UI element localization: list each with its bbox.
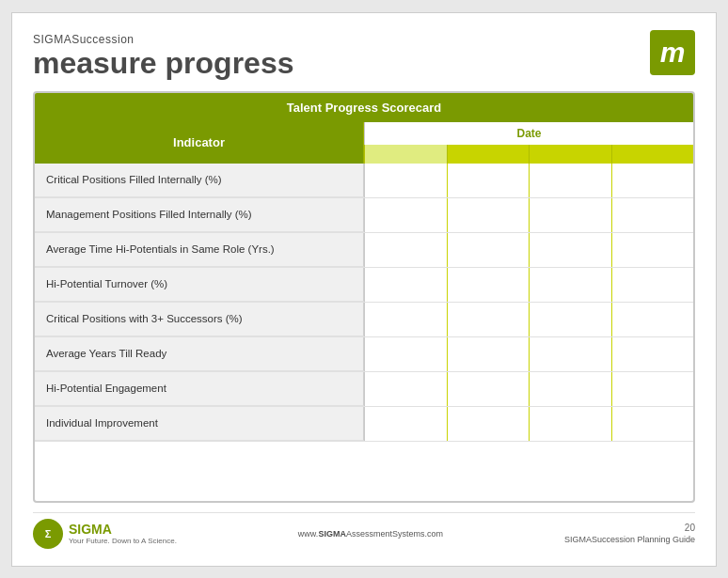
indicator-label: Indicator bbox=[173, 135, 225, 149]
date-group: Date bbox=[364, 122, 693, 164]
footer-brand-part2: Succession bbox=[592, 535, 635, 544]
date-col-3 bbox=[529, 145, 611, 164]
data-cell[interactable] bbox=[611, 303, 694, 336]
table-row: Individual Improvement bbox=[35, 407, 693, 442]
indicator-cell: Management Positions Filled Internally (… bbox=[35, 198, 364, 232]
date-cols bbox=[364, 145, 693, 164]
footer-brand-part3: Planning Guide bbox=[635, 535, 695, 544]
data-cell[interactable] bbox=[529, 164, 611, 197]
data-cell[interactable] bbox=[529, 372, 611, 406]
sigma-tagline: Your Future. Down to A Science. bbox=[69, 537, 177, 545]
data-cell[interactable] bbox=[611, 198, 694, 232]
page-header: SIGMASuccession measure progress bbox=[33, 30, 695, 80]
indicator-cell: Hi-Potential Engagement bbox=[35, 372, 364, 406]
data-cell[interactable] bbox=[529, 233, 611, 267]
date-col-2 bbox=[447, 145, 530, 164]
data-cell[interactable] bbox=[447, 372, 530, 406]
indicator-cell: Critical Positions Filled Internally (%) bbox=[35, 164, 364, 197]
data-cell[interactable] bbox=[364, 407, 447, 441]
logo-m-icon: m bbox=[650, 30, 695, 75]
indicator-header-cell: Indicator bbox=[35, 122, 364, 164]
indicator-cell: Average Time Hi-Potentials in Same Role … bbox=[35, 233, 364, 267]
page-title: measure progress bbox=[33, 47, 695, 80]
sigma-label-group: SIGMA Your Future. Down to A Science. bbox=[69, 522, 177, 545]
footer-brand: SIGMASuccession Planning Guide bbox=[564, 535, 695, 544]
data-cell[interactable] bbox=[611, 233, 694, 267]
brand-name1: SIGMA bbox=[33, 33, 71, 46]
table-row: Hi-Potential Turnover (%) bbox=[35, 268, 693, 303]
brand-subtitle: SIGMASuccession bbox=[33, 30, 695, 47]
data-cells-group bbox=[364, 198, 693, 232]
data-cell[interactable] bbox=[447, 268, 530, 302]
data-cell[interactable] bbox=[611, 372, 694, 406]
table-row: Average Time Hi-Potentials in Same Role … bbox=[35, 233, 693, 268]
indicator-cell: Average Years Till Ready bbox=[35, 337, 364, 371]
data-cell[interactable] bbox=[364, 198, 447, 232]
data-cell[interactable] bbox=[529, 337, 611, 371]
data-cell[interactable] bbox=[364, 303, 447, 336]
footer-right: 20 SIGMASuccession Planning Guide bbox=[564, 523, 695, 544]
data-cells-group bbox=[364, 303, 693, 336]
data-cell[interactable] bbox=[611, 407, 694, 441]
sigma-icon: Σ bbox=[33, 519, 63, 549]
data-cell[interactable] bbox=[529, 198, 611, 232]
indicator-cell: Hi-Potential Turnover (%) bbox=[35, 268, 364, 302]
data-cells-group bbox=[364, 337, 693, 371]
data-cell[interactable] bbox=[529, 268, 611, 302]
footer-url: www.SIGMAAssessmentSystems.com bbox=[298, 529, 443, 539]
data-cell[interactable] bbox=[364, 233, 447, 267]
data-cell[interactable] bbox=[447, 337, 530, 371]
data-cell[interactable] bbox=[364, 268, 447, 302]
data-cell[interactable] bbox=[529, 407, 611, 441]
indicator-cell: Critical Positions with 3+ Successors (%… bbox=[35, 303, 364, 336]
table-row: Hi-Potential Engagement bbox=[35, 372, 693, 407]
data-cell[interactable] bbox=[447, 198, 530, 232]
page-number: 20 bbox=[685, 523, 695, 533]
data-cell[interactable] bbox=[611, 164, 694, 197]
table-row: Critical Positions Filled Internally (%) bbox=[35, 164, 693, 198]
data-cell[interactable] bbox=[447, 303, 530, 336]
date-label: Date bbox=[364, 122, 693, 145]
table-row: Average Years Till Ready bbox=[35, 337, 693, 372]
sigma-text: SIGMA bbox=[69, 522, 177, 537]
data-cell[interactable] bbox=[364, 164, 447, 197]
footer-logo: Σ SIGMA Your Future. Down to A Science. bbox=[33, 519, 177, 549]
main-page: SIGMASuccession measure progress m Talen… bbox=[11, 12, 717, 567]
data-cell[interactable] bbox=[364, 372, 447, 406]
data-cell[interactable] bbox=[447, 164, 530, 197]
indicator-cell: Individual Improvement bbox=[35, 407, 364, 441]
footer: Σ SIGMA Your Future. Down to A Science. … bbox=[33, 512, 695, 549]
table-row: Management Positions Filled Internally (… bbox=[35, 198, 693, 233]
footer-brand-part1: SIGMA bbox=[564, 535, 592, 544]
data-cell[interactable] bbox=[447, 407, 530, 441]
data-cells-group bbox=[364, 268, 693, 302]
table-body: Critical Positions Filled Internally (%)… bbox=[35, 164, 693, 442]
data-cells-group bbox=[364, 372, 693, 406]
data-cell[interactable] bbox=[447, 233, 530, 267]
scorecard-title: Talent Progress Scorecard bbox=[35, 93, 693, 122]
data-cells-group bbox=[364, 233, 693, 267]
date-col-1 bbox=[364, 145, 447, 164]
data-cell[interactable] bbox=[529, 303, 611, 336]
data-cell[interactable] bbox=[611, 268, 694, 302]
data-cells-group bbox=[364, 407, 693, 441]
table-row: Critical Positions with 3+ Successors (%… bbox=[35, 303, 693, 337]
table-header: Indicator Date bbox=[35, 122, 693, 164]
brand-name2: Succession bbox=[71, 33, 134, 46]
data-cell[interactable] bbox=[611, 337, 694, 371]
data-cells-group bbox=[364, 164, 693, 197]
data-cell[interactable] bbox=[364, 337, 447, 371]
date-col-4 bbox=[611, 145, 694, 164]
scorecard-container: Talent Progress Scorecard Indicator Date… bbox=[33, 91, 695, 503]
